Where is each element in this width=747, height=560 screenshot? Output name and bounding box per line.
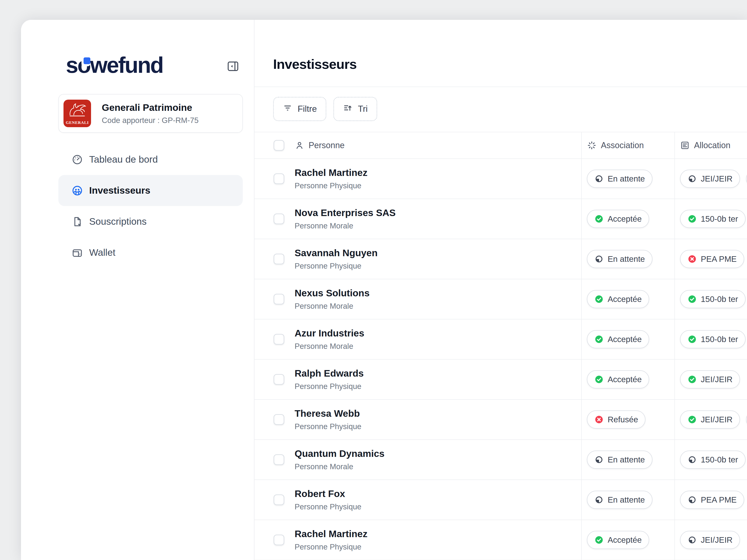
generali-logo: GENERALI <box>63 100 91 127</box>
gauge-icon <box>72 154 83 165</box>
badge-label: En attente <box>608 254 645 264</box>
person-name: Quantum Dynamics <box>294 448 384 459</box>
column-header-allocation: Allocation <box>674 132 747 158</box>
badge-label: Acceptée <box>608 335 642 344</box>
pending-status-icon <box>688 174 697 183</box>
sidebar-item-label: Tableau de bord <box>89 154 158 165</box>
accepted-status-icon <box>688 415 697 424</box>
row-checkbox[interactable] <box>274 495 284 505</box>
table-row[interactable]: Rachel MartinezPersonne PhysiqueEn atten… <box>254 159 747 199</box>
table-row[interactable]: Quantum DynamicsPersonne MoraleEn attent… <box>254 440 747 480</box>
allocation-cell: 150-0b ter <box>674 319 747 359</box>
toolbar: Filtre Tri <box>273 97 377 121</box>
sidebar-collapse-button[interactable] <box>226 59 240 74</box>
association-badge: En attente <box>587 451 652 469</box>
association-cell: Acceptée <box>581 199 674 239</box>
row-checkbox[interactable] <box>274 334 284 345</box>
table-row[interactable]: Ralph EdwardsPersonne PhysiqueAcceptéeJE… <box>254 359 747 400</box>
pending-status-icon <box>688 455 697 464</box>
person-name: Robert Fox <box>294 488 361 499</box>
header-divider <box>254 86 747 87</box>
person-name: Azur Industries <box>294 328 364 339</box>
table-row[interactable]: Robert FoxPersonne PhysiqueEn attentePEA… <box>254 480 747 520</box>
spinner-icon <box>587 140 597 150</box>
row-checkbox[interactable] <box>274 374 284 385</box>
badge-label: 150-0b ter <box>701 294 738 304</box>
badge-label: Acceptée <box>608 214 642 223</box>
allocation-badge: JEI/JEIR <box>680 370 740 389</box>
sort-button[interactable]: Tri <box>333 97 377 121</box>
person-cell: Savannah NguyenPersonne Physique <box>254 239 581 279</box>
sidebar-item-investisseurs[interactable]: Investisseurs <box>58 175 243 206</box>
row-checkbox[interactable] <box>274 213 284 224</box>
association-badge: Acceptée <box>587 210 649 228</box>
badge-label: PEA PME <box>701 254 737 264</box>
pending-status-icon <box>594 254 604 264</box>
pending-status-icon <box>688 535 697 544</box>
association-badge: Acceptée <box>587 330 649 348</box>
table-row[interactable]: Theresa WebbPersonne PhysiqueRefuséeJEI/… <box>254 400 747 440</box>
person-type: Personne Physique <box>294 422 361 431</box>
sidebar-item-label: Investisseurs <box>89 185 150 196</box>
person-type: Personne Physique <box>294 181 367 190</box>
accepted-status-icon <box>594 335 604 344</box>
filter-button-label: Filtre <box>298 104 317 114</box>
wallet-icon <box>72 247 83 259</box>
select-all-checkbox[interactable] <box>274 140 284 151</box>
row-checkbox[interactable] <box>274 535 284 545</box>
org-code: Code apporteur : GP-RM-75 <box>102 116 199 125</box>
person-type: Personne Physique <box>294 542 367 551</box>
table-row[interactable]: Azur IndustriesPersonne MoraleAcceptée15… <box>254 319 747 359</box>
badge-label: Acceptée <box>608 375 642 384</box>
association-cell: Acceptée <box>581 279 674 319</box>
person-name: Theresa Webb <box>294 408 361 419</box>
allocation-badge: 150-0b ter <box>680 451 746 469</box>
allocation-badge: PEA PME <box>746 410 747 429</box>
person-cell: Theresa WebbPersonne Physique <box>254 400 581 439</box>
column-header-association: Association <box>581 132 674 158</box>
badge-label: 150-0b ter <box>701 335 738 344</box>
person-name: Rachel Martinez <box>294 529 367 539</box>
row-checkbox[interactable] <box>274 174 284 184</box>
badge-label: JEI/JEIR <box>701 535 732 544</box>
table-row[interactable]: Rachel MartinezPersonne PhysiqueAcceptée… <box>254 520 747 560</box>
list-icon <box>680 140 690 150</box>
person-type: Personne Morale <box>294 462 384 471</box>
allocation-badge: 150-0b ter <box>680 330 746 348</box>
app-logo: sowefund <box>66 54 163 76</box>
association-badge: En attente <box>587 250 652 268</box>
allocation-cell: JEI/JEIR <box>674 359 747 399</box>
sidebar-item-souscriptions[interactable]: Souscriptions <box>58 206 243 237</box>
accepted-status-icon <box>594 294 604 304</box>
row-checkbox[interactable] <box>274 254 284 264</box>
allocation-cell: PEA PME <box>674 239 747 279</box>
allocation-cell: 150-0b ter <box>674 440 747 480</box>
accepted-status-icon <box>594 214 604 223</box>
row-checkbox[interactable] <box>274 294 284 304</box>
table-row[interactable]: Nova Enterprises SASPersonne MoraleAccep… <box>254 199 747 239</box>
logo-text-suffix: wefund <box>90 53 163 77</box>
allocation-cell: 150-0b ter <box>674 199 747 239</box>
row-checkbox[interactable] <box>274 454 284 465</box>
sidebar-item-tableau-de-bord[interactable]: Tableau de bord <box>58 144 243 175</box>
badge-label: Acceptée <box>608 535 642 544</box>
column-label: Allocation <box>694 140 730 150</box>
row-checkbox[interactable] <box>274 414 284 425</box>
person-name: Nexus Solutions <box>294 288 369 299</box>
person-type: Personne Physique <box>294 262 378 270</box>
file-icon <box>72 216 83 228</box>
person-cell: Quantum DynamicsPersonne Morale <box>254 440 581 480</box>
badge-label: En attente <box>608 495 645 504</box>
filter-button[interactable]: Filtre <box>273 97 326 121</box>
allocation-badge: JEI/JEIR <box>680 410 740 429</box>
accepted-status-icon <box>688 294 697 304</box>
sidebar-item-wallet[interactable]: Wallet <box>58 237 243 268</box>
org-card[interactable]: GENERALI Generali Patrimoine Code apport… <box>58 94 243 133</box>
table-row[interactable]: Nexus SolutionsPersonne MoraleAcceptée15… <box>254 279 747 319</box>
logo-notch-icon <box>83 57 91 64</box>
association-badge: En attente <box>587 491 652 509</box>
org-name: Generali Patrimoine <box>102 102 199 113</box>
person-name: Ralph Edwards <box>294 368 364 379</box>
table-row[interactable]: Savannah NguyenPersonne PhysiqueEn atten… <box>254 239 747 279</box>
column-label: Association <box>601 140 644 150</box>
